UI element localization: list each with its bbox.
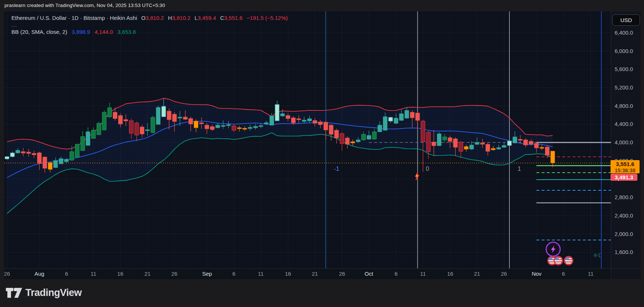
svg-text:-1: -1 [334, 165, 339, 172]
time-axis-label: 21 [312, 271, 318, 277]
symbol-legend-row[interactable]: Ethereum / U.S. Dollar · 1D · Bitstamp ·… [11, 15, 288, 21]
time-axis-label: 26 [339, 271, 345, 277]
indicator-collapsed-row[interactable]: ... [11, 22, 17, 28]
price-axis-label: 2,000.0 [611, 231, 641, 237]
price-axis-label: 5,600.0 [611, 66, 641, 73]
time-axis-label: 6 [232, 271, 235, 277]
price-chart-canvas[interactable]: -101☼☾ [4, 11, 611, 268]
time-axis-label: 6 [395, 271, 398, 277]
current-price-value: 3,551.6 [611, 160, 640, 167]
tradingview-logo-icon [6, 288, 22, 298]
price-axis-label: 6,000.0 [611, 48, 641, 54]
svg-text:0: 0 [426, 165, 429, 172]
time-axis-label: 11 [588, 271, 594, 277]
high-label: H [168, 15, 172, 21]
price-axis-label: 4,800.0 [611, 103, 641, 109]
tradingview-brand[interactable]: TradingView [6, 287, 82, 299]
svg-text:1: 1 [517, 165, 521, 172]
time-axis-label: 26 [4, 271, 10, 277]
close-value: 3,551.6 [224, 15, 242, 21]
price-axis-label: 2,800.0 [611, 194, 641, 201]
bb-upper-value: 4,144.0 [95, 29, 113, 35]
bb-lower-value: 3,653.8 [117, 29, 136, 35]
time-axis[interactable]: 26Aug611162126Sep611162126Oct611162126No… [4, 268, 611, 279]
time-axis-label: 11 [258, 271, 264, 277]
time-axis-label: 16 [285, 271, 291, 277]
time-axis-label: Aug [35, 271, 45, 277]
change-value: −191.5 (−5.12%) [247, 15, 288, 21]
bb-label[interactable]: BB (20, SMA, close, 2) [11, 29, 67, 35]
svg-text:☼☾: ☼☾ [593, 252, 603, 259]
high-value: 3,810.2 [172, 15, 191, 21]
top-attribution-bar: praslearn created with TradingView.com, … [0, 0, 644, 11]
symbol-title[interactable]: Ethereum / U.S. Dollar · 1D · Bitstamp ·… [11, 15, 137, 21]
low-label: L [195, 15, 198, 21]
time-axis-label: 26 [171, 271, 178, 277]
time-axis-label: 16 [117, 271, 124, 277]
open-value: 3,810.2 [146, 15, 164, 21]
bar-countdown-timer: 15:36:38 [611, 167, 640, 173]
currency-toggle-button[interactable]: USD [612, 14, 640, 26]
time-axis-label: 16 [447, 271, 453, 277]
current-price-label: 3,551.6 15:36:38 [611, 160, 640, 173]
time-axis-label: Sep [202, 271, 212, 277]
chart-panel: -101☼☾ Ethereum / U.S. Dollar · 1D · Bit… [4, 11, 640, 279]
chart-plot-area[interactable]: -101☼☾ Ethereum / U.S. Dollar · 1D · Bit… [4, 11, 611, 268]
time-axis-label: 21 [145, 271, 151, 277]
price-axis-label: 1,600.0 [611, 249, 641, 255]
low-value: 3,459.4 [198, 15, 216, 21]
time-axis-label: 11 [90, 271, 96, 277]
bottom-toolbar: TradingView [0, 279, 644, 307]
open-label: O [141, 15, 146, 21]
price-axis-label: 4,000.0 [611, 139, 641, 146]
time-axis-label: 21 [474, 271, 480, 277]
time-axis-label: 6 [65, 271, 68, 277]
price-axis-label: 5,200.0 [611, 84, 641, 91]
time-axis-label: 6 [562, 271, 565, 277]
price-axis-label: 4,400.0 [611, 121, 641, 127]
brand-name: TradingView [25, 287, 82, 299]
price-axis-label: 2,400.0 [611, 212, 641, 219]
time-axis-label: 11 [420, 271, 426, 277]
time-axis-label: Oct [364, 271, 373, 277]
close-label: C [220, 15, 224, 21]
bb-basis-value: 3,898.9 [72, 29, 90, 35]
axis-corner [611, 268, 641, 279]
alert-price-label: 3,491.3 [611, 174, 637, 181]
price-axis-label: 6,400.0 [611, 29, 641, 36]
time-axis-label: Nov [532, 271, 542, 277]
attribution-text: praslearn created with TradingView.com, … [4, 3, 165, 8]
price-axis[interactable]: USD 6,400.06,000.05,600.05,200.04,800.04… [611, 11, 641, 268]
time-axis-label: 26 [501, 271, 507, 277]
bb-indicator-row[interactable]: BB (20, SMA, close, 2) 3,898.9 4,144.0 3… [11, 29, 136, 35]
